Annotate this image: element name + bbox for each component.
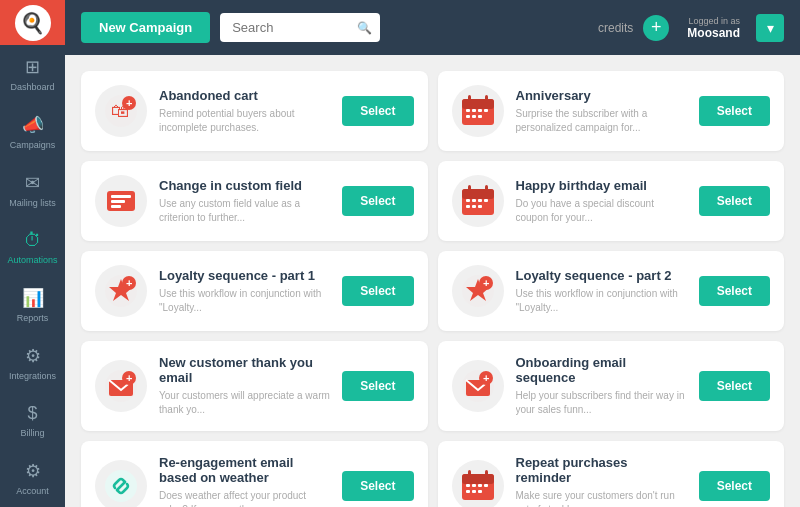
add-credits-button[interactable]: +: [643, 15, 669, 41]
sidebar-item-label: Integrations: [9, 371, 56, 381]
svg-rect-52: [478, 484, 482, 487]
sidebar-item-automations[interactable]: ⏱ Automations: [0, 218, 65, 276]
sidebar-item-label: Campaigns: [10, 140, 56, 150]
sidebar-item-mailing-lists[interactable]: ✉ Mailing lists: [0, 161, 65, 219]
username-label: Moosand: [687, 26, 740, 40]
card-text-happy-birthday: Happy birthday email Do you have a speci…: [516, 178, 687, 225]
card-icon-abandoned-cart: 🛍 +: [95, 85, 147, 137]
svg-rect-7: [472, 109, 476, 112]
card-text-anniversary: Anniversary Surprise the subscriber with…: [516, 88, 687, 135]
card-title-change-custom-field: Change in custom field: [159, 178, 330, 193]
logged-in-label: Logged in as: [688, 16, 740, 26]
sidebar-item-dashboard[interactable]: ⊞ Dashboard: [0, 45, 65, 103]
sidebar-item-label: Billing: [20, 428, 44, 438]
card-title-new-customer: New customer thank you email: [159, 355, 330, 385]
svg-rect-9: [484, 109, 488, 112]
svg-rect-29: [485, 185, 488, 193]
card-title-onboarding: Onboarding email sequence: [516, 355, 687, 385]
campaign-card-anniversary: Anniversary Surprise the subscriber with…: [438, 71, 785, 151]
campaign-card-loyalty-part2: + Loyalty sequence - part 2 Use this wor…: [438, 251, 785, 331]
svg-rect-8: [478, 109, 482, 112]
user-dropdown-button[interactable]: ▾: [756, 14, 784, 42]
sidebar-item-campaigns[interactable]: 📣 Campaigns: [0, 103, 65, 161]
card-icon-loyalty-part2: +: [452, 265, 504, 317]
select-button-loyalty-part1[interactable]: Select: [342, 276, 413, 306]
card-icon-new-customer: +: [95, 360, 147, 412]
svg-rect-20: [462, 189, 494, 199]
sidebar-item-integrations[interactable]: ⚙ Integrations: [0, 334, 65, 392]
svg-rect-6: [466, 109, 470, 112]
card-text-change-custom-field: Change in custom field Use any custom fi…: [159, 178, 330, 225]
automations-icon: ⏱: [24, 230, 42, 251]
svg-rect-55: [472, 490, 476, 493]
search-wrapper: 🔍: [220, 13, 380, 42]
dashboard-icon: ⊞: [25, 56, 40, 78]
select-button-new-customer[interactable]: Select: [342, 371, 413, 401]
campaign-card-onboarding: + Onboarding email sequence Help your su…: [438, 341, 785, 431]
svg-rect-53: [484, 484, 488, 487]
svg-rect-23: [478, 199, 482, 202]
topbar: New Campaign 🔍 credits + Logged in as Mo…: [65, 0, 800, 55]
svg-rect-24: [484, 199, 488, 202]
card-text-abandoned-cart: Abandoned cart Remind potential buyers a…: [159, 88, 330, 135]
card-desc-reengagement: Does weather affect your product sales? …: [159, 489, 330, 507]
sidebar-item-reports[interactable]: 📊 Reports: [0, 276, 65, 334]
select-button-happy-birthday[interactable]: Select: [699, 186, 770, 216]
select-button-abandoned-cart[interactable]: Select: [342, 96, 413, 126]
svg-rect-14: [485, 95, 488, 103]
card-desc-loyalty-part1: Use this workflow in conjunction with "L…: [159, 287, 330, 315]
svg-rect-17: [111, 200, 125, 203]
main-area: New Campaign 🔍 credits + Logged in as Mo…: [65, 0, 800, 507]
campaign-card-reengagement: Re-engagement email based on weather Doe…: [81, 441, 428, 507]
card-title-repeat-purchases: Repeat purchases reminder: [516, 455, 687, 485]
account-icon: ⚙: [25, 460, 41, 482]
svg-rect-54: [466, 490, 470, 493]
card-title-loyalty-part2: Loyalty sequence - part 2: [516, 268, 687, 283]
select-button-repeat-purchases[interactable]: Select: [699, 471, 770, 501]
svg-text:+: +: [126, 277, 132, 289]
card-icon-anniversary: [452, 85, 504, 137]
logo-icon: 🍳: [15, 5, 51, 41]
svg-rect-27: [478, 205, 482, 208]
card-icon-happy-birthday: [452, 175, 504, 227]
select-button-anniversary[interactable]: Select: [699, 96, 770, 126]
svg-rect-50: [466, 484, 470, 487]
select-button-change-custom-field[interactable]: Select: [342, 186, 413, 216]
svg-rect-56: [478, 490, 482, 493]
sidebar-item-account[interactable]: ⚙ Account: [0, 449, 65, 507]
card-icon-change-custom-field: [95, 175, 147, 227]
campaign-card-loyalty-part1: + Loyalty sequence - part 1 Use this wor…: [81, 251, 428, 331]
svg-text:+: +: [483, 372, 489, 384]
card-icon-repeat-purchases: [452, 460, 504, 507]
sidebar-item-label: Dashboard: [10, 82, 54, 92]
svg-rect-57: [468, 470, 471, 478]
card-text-new-customer: New customer thank you email Your custom…: [159, 355, 330, 417]
svg-rect-51: [472, 484, 476, 487]
card-desc-anniversary: Surprise the subscriber with a personali…: [516, 107, 687, 135]
select-button-loyalty-part2[interactable]: Select: [699, 276, 770, 306]
svg-text:+: +: [126, 97, 132, 109]
select-button-onboarding[interactable]: Select: [699, 371, 770, 401]
search-input[interactable]: [220, 13, 380, 42]
card-text-repeat-purchases: Repeat purchases reminder Make sure your…: [516, 455, 687, 507]
svg-rect-49: [462, 474, 494, 484]
svg-rect-18: [111, 205, 121, 208]
sidebar-item-label: Reports: [17, 313, 49, 323]
credits-label: credits: [598, 21, 633, 35]
svg-rect-11: [472, 115, 476, 118]
sidebar-logo[interactable]: 🍳: [0, 0, 65, 45]
svg-text:+: +: [483, 277, 489, 289]
campaigns-icon: 📣: [22, 114, 44, 136]
card-icon-loyalty-part1: +: [95, 265, 147, 317]
integrations-icon: ⚙: [25, 345, 41, 367]
new-campaign-button[interactable]: New Campaign: [81, 12, 210, 43]
select-button-reengagement[interactable]: Select: [342, 471, 413, 501]
svg-rect-25: [466, 205, 470, 208]
svg-rect-28: [468, 185, 471, 193]
sidebar-item-billing[interactable]: $ Billing: [0, 392, 65, 450]
sidebar-item-label: Automations: [7, 255, 57, 265]
card-icon-onboarding: +: [452, 360, 504, 412]
svg-rect-21: [466, 199, 470, 202]
card-text-reengagement: Re-engagement email based on weather Doe…: [159, 455, 330, 507]
card-desc-happy-birthday: Do you have a special discount coupon fo…: [516, 197, 687, 225]
